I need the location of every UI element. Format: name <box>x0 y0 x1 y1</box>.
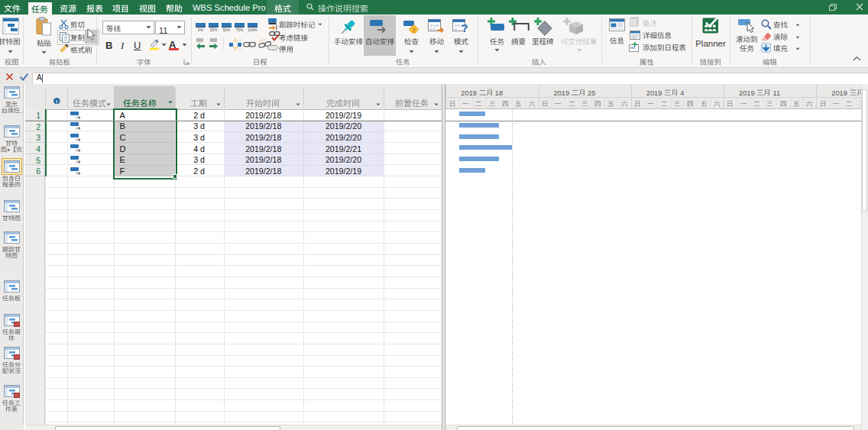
svg-text:?: ? <box>461 21 468 34</box>
svg-text:i: i <box>56 98 57 103</box>
svg-text:?: ? <box>412 27 416 34</box>
